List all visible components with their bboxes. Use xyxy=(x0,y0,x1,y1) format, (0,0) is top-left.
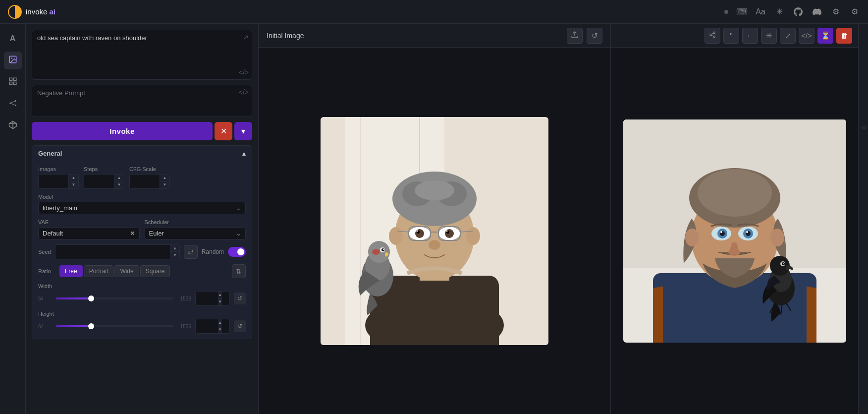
sidebar-item-text[interactable]: A xyxy=(4,30,22,48)
code-button[interactable]: </> xyxy=(799,28,814,44)
images-down-button[interactable]: ▼ xyxy=(69,181,78,188)
hourglass-button[interactable]: ⏳ xyxy=(817,28,833,44)
discord-icon[interactable] xyxy=(812,6,822,17)
seed-input[interactable]: 154908178 xyxy=(55,246,170,258)
code-prompt-icon[interactable]: </> xyxy=(239,68,249,76)
width-slider-thumb[interactable] xyxy=(88,296,94,301)
images-input[interactable]: 1 xyxy=(39,176,68,187)
text-icon: A xyxy=(10,34,16,43)
sidebar-item-nodes[interactable] xyxy=(4,95,22,113)
height-reset-button[interactable]: ↺ xyxy=(234,320,246,332)
vae-value: Default xyxy=(43,230,63,237)
height-up-button[interactable]: ▲ xyxy=(218,319,222,326)
svg-point-36 xyxy=(446,230,448,232)
delete-button[interactable]: 🗑 xyxy=(836,28,852,44)
steps-input[interactable]: 50 xyxy=(84,176,114,187)
random-toggle[interactable] xyxy=(228,247,246,257)
shuffle-seed-button[interactable]: ⇄ xyxy=(184,245,198,259)
svg-point-26 xyxy=(415,180,454,200)
quote-button[interactable]: " xyxy=(723,28,739,44)
ratio-square-button[interactable]: Square xyxy=(140,265,170,277)
asterisk-icon[interactable]: ✳ xyxy=(774,6,785,17)
reset-image-button[interactable]: ↺ xyxy=(587,28,602,44)
width-value-input[interactable]: 512 xyxy=(196,294,218,304)
initial-image-svg xyxy=(321,117,548,345)
gear-small-icon[interactable]: ⚙ xyxy=(830,6,841,17)
translate-icon[interactable]: Aa xyxy=(755,6,766,17)
invoke-button[interactable]: Invoke xyxy=(32,122,213,140)
scheduler-select[interactable]: Euler xyxy=(149,230,242,237)
svg-rect-3 xyxy=(13,78,16,80)
images-up-button[interactable]: ▲ xyxy=(69,175,78,181)
asterisk-button[interactable]: ✳ xyxy=(761,28,777,44)
sidebar-item-grid[interactable] xyxy=(4,73,22,91)
width-down-button[interactable]: ▼ xyxy=(218,298,222,305)
initial-image xyxy=(321,117,548,345)
svg-point-79 xyxy=(783,263,784,264)
vae-scheduler-row: VAE Default ✕ Scheduler Euler xyxy=(38,219,246,239)
svg-rect-4 xyxy=(9,82,12,84)
reset-width-icon: ↺ xyxy=(237,295,242,302)
sidebar-item-models[interactable] xyxy=(4,117,22,135)
share-button[interactable] xyxy=(705,28,720,44)
steps-input-wrap: 50 ▲ ▼ xyxy=(84,174,124,189)
expand-icon: ⤢ xyxy=(785,31,791,40)
code-negprompt-icon[interactable]: </> xyxy=(239,88,249,96)
height-slider-thumb[interactable] xyxy=(88,323,94,329)
right-content xyxy=(611,48,858,414)
svg-line-9 xyxy=(11,101,15,103)
width-value-wrap: 512 ▲ ▼ xyxy=(195,291,230,306)
svg-point-71 xyxy=(720,231,722,233)
model-select[interactable]: liberty_main xyxy=(43,204,241,212)
ratio-label: Ratio xyxy=(38,268,55,274)
expand-icon[interactable]: ↗ xyxy=(243,33,249,41)
general-section-header[interactable]: General ▴ xyxy=(32,146,252,161)
width-slider-row: 64 1536 512 ▲ ▼ xyxy=(38,291,246,306)
cfg-down-button[interactable]: ▼ xyxy=(160,181,169,188)
height-slider-track[interactable] xyxy=(56,325,173,327)
seed-up-button[interactable]: ▲ xyxy=(170,245,179,252)
vae-clear-button[interactable]: ✕ xyxy=(130,230,135,237)
svg-point-48 xyxy=(383,249,384,250)
edge-expand-icon[interactable]: ◁ xyxy=(860,123,868,131)
expand-button[interactable]: ⤢ xyxy=(780,28,796,44)
steps-down-button[interactable]: ▼ xyxy=(114,181,124,188)
width-reset-button[interactable]: ↺ xyxy=(234,293,246,304)
ratio-portrait-button[interactable]: Portrait xyxy=(84,265,114,277)
cancel-button[interactable]: ✕ xyxy=(215,122,232,140)
images-input-wrap: 1 ▲ ▼ xyxy=(38,174,79,189)
more-options-button[interactable]: ▾ xyxy=(234,122,252,140)
width-up-button[interactable]: ▲ xyxy=(218,292,222,298)
settings-icon[interactable]: ⚙ xyxy=(849,6,860,17)
upload-button[interactable] xyxy=(567,28,583,44)
height-slider-fill xyxy=(56,325,91,327)
ratio-wide-button[interactable]: Wide xyxy=(114,265,139,277)
scheduler-label: Scheduler xyxy=(145,219,246,225)
right-panel: " ← ✳ ⤢ </> ⏳ 🗑 xyxy=(610,24,858,414)
ratio-row: Ratio Free Portrait Wide Square ⇅ xyxy=(38,264,246,278)
cfg-input[interactable]: 7.5 xyxy=(130,176,160,187)
swap-dimensions-button[interactable]: ⇅ xyxy=(232,264,246,278)
use-as-input-button[interactable]: ← xyxy=(742,28,758,44)
height-down-button[interactable]: ▼ xyxy=(218,326,222,333)
steps-up-button[interactable]: ▲ xyxy=(114,175,124,181)
image-icon xyxy=(8,55,17,66)
seed-down-button[interactable]: ▼ xyxy=(170,252,179,259)
images-steps-cfg-row: Images 1 ▲ ▼ Steps 50 xyxy=(38,166,246,189)
github-icon[interactable] xyxy=(793,6,804,17)
width-slider-track[interactable] xyxy=(56,297,173,299)
negative-prompt-input[interactable] xyxy=(37,89,247,111)
ratio-free-button[interactable]: Free xyxy=(59,265,83,277)
code-icon: </> xyxy=(801,31,812,40)
grid-icon xyxy=(8,77,17,88)
cfg-input-wrap: 7.5 ▲ ▼ xyxy=(129,174,170,189)
svg-point-50 xyxy=(713,32,715,34)
cfg-up-button[interactable]: ▲ xyxy=(160,175,169,181)
invoke-row: Invoke ✕ ▾ xyxy=(32,122,252,140)
keyboard-icon[interactable]: ⌨ xyxy=(736,6,747,17)
prompt-input[interactable]: old sea captain with raven on shoulder xyxy=(37,34,247,74)
quote-icon: " xyxy=(730,31,732,40)
height-value-input[interactable]: 512 xyxy=(196,321,218,332)
reset-height-icon: ↺ xyxy=(237,323,242,330)
sidebar-item-image[interactable] xyxy=(4,52,22,69)
